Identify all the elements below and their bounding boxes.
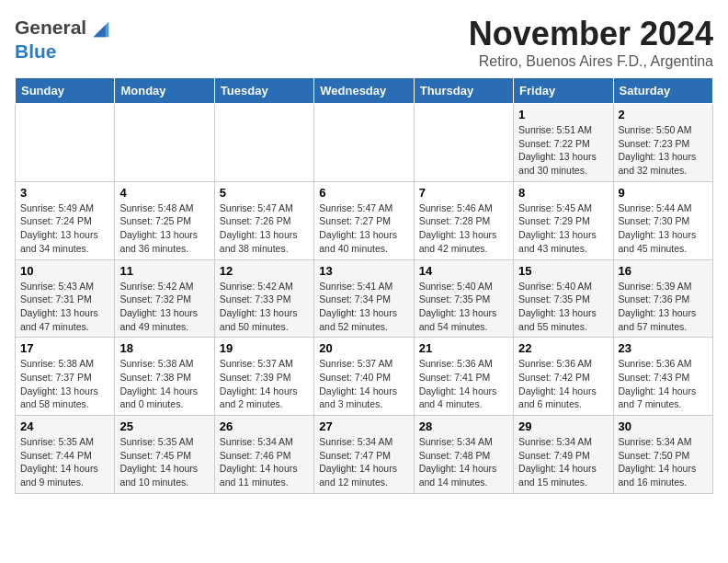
day-number: 27 bbox=[319, 419, 408, 433]
calendar-cell: 8Sunrise: 5:45 AM Sunset: 7:29 PM Daylig… bbox=[514, 181, 613, 259]
col-wednesday: Wednesday bbox=[314, 78, 414, 104]
day-info: Sunrise: 5:38 AM Sunset: 7:38 PM Dayligh… bbox=[119, 357, 209, 411]
day-number: 26 bbox=[220, 419, 309, 433]
day-info: Sunrise: 5:41 AM Sunset: 7:34 PM Dayligh… bbox=[319, 280, 408, 334]
calendar-cell: 18Sunrise: 5:38 AM Sunset: 7:38 PM Dayli… bbox=[115, 338, 214, 416]
day-number: 25 bbox=[119, 419, 209, 433]
calendar-week-row: 24Sunrise: 5:35 AM Sunset: 7:44 PM Dayli… bbox=[16, 416, 713, 494]
day-number: 2 bbox=[619, 108, 708, 121]
logo-triangle-icon bbox=[88, 15, 114, 40]
day-number: 10 bbox=[20, 264, 109, 278]
day-number: 13 bbox=[319, 264, 408, 278]
day-info: Sunrise: 5:50 AM Sunset: 7:23 PM Dayligh… bbox=[619, 123, 708, 178]
day-info: Sunrise: 5:38 AM Sunset: 7:37 PM Dayligh… bbox=[20, 357, 109, 411]
calendar-cell bbox=[115, 104, 214, 182]
day-number: 18 bbox=[119, 341, 209, 355]
day-number: 12 bbox=[220, 264, 309, 278]
day-number: 5 bbox=[220, 186, 309, 200]
calendar-cell: 1Sunrise: 5:51 AM Sunset: 7:22 PM Daylig… bbox=[514, 104, 613, 182]
logo-general: General bbox=[15, 17, 86, 39]
calendar-cell: 20Sunrise: 5:37 AM Sunset: 7:40 PM Dayli… bbox=[314, 338, 414, 416]
day-number: 7 bbox=[419, 186, 508, 200]
day-info: Sunrise: 5:49 AM Sunset: 7:24 PM Dayligh… bbox=[20, 201, 109, 256]
calendar-cell: 4Sunrise: 5:48 AM Sunset: 7:25 PM Daylig… bbox=[115, 181, 214, 259]
col-sunday: Sunday bbox=[16, 78, 115, 104]
day-number: 30 bbox=[619, 419, 708, 433]
day-info: Sunrise: 5:44 AM Sunset: 7:30 PM Dayligh… bbox=[619, 201, 708, 256]
calendar-cell: 11Sunrise: 5:42 AM Sunset: 7:32 PM Dayli… bbox=[115, 259, 214, 338]
day-info: Sunrise: 5:35 AM Sunset: 7:44 PM Dayligh… bbox=[20, 435, 109, 489]
day-info: Sunrise: 5:51 AM Sunset: 7:22 PM Dayligh… bbox=[518, 123, 608, 178]
day-number: 11 bbox=[119, 264, 209, 278]
calendar-cell: 9Sunrise: 5:44 AM Sunset: 7:30 PM Daylig… bbox=[613, 181, 712, 259]
logo: General Blue bbox=[15, 15, 114, 63]
calendar-table: Sunday Monday Tuesday Wednesday Thursday… bbox=[15, 77, 713, 494]
calendar-cell: 23Sunrise: 5:36 AM Sunset: 7:43 PM Dayli… bbox=[613, 338, 712, 416]
calendar-cell: 6Sunrise: 5:47 AM Sunset: 7:27 PM Daylig… bbox=[314, 181, 414, 259]
day-number: 29 bbox=[518, 419, 608, 433]
calendar-cell: 25Sunrise: 5:35 AM Sunset: 7:45 PM Dayli… bbox=[115, 416, 214, 494]
col-saturday: Saturday bbox=[613, 78, 712, 104]
day-number: 14 bbox=[419, 264, 508, 278]
day-info: Sunrise: 5:42 AM Sunset: 7:33 PM Dayligh… bbox=[220, 280, 309, 334]
day-info: Sunrise: 5:37 AM Sunset: 7:40 PM Dayligh… bbox=[319, 357, 408, 411]
day-number: 28 bbox=[419, 419, 508, 433]
month-title: November 2024 bbox=[469, 15, 713, 53]
calendar-cell: 29Sunrise: 5:34 AM Sunset: 7:49 PM Dayli… bbox=[514, 416, 613, 494]
svg-marker-1 bbox=[94, 25, 106, 37]
header: General Blue November 2024 Retiro, Bueno… bbox=[15, 15, 713, 70]
calendar-cell: 22Sunrise: 5:36 AM Sunset: 7:42 PM Dayli… bbox=[514, 338, 613, 416]
day-number: 4 bbox=[119, 186, 209, 200]
day-info: Sunrise: 5:40 AM Sunset: 7:35 PM Dayligh… bbox=[518, 280, 608, 334]
calendar-header-row: Sunday Monday Tuesday Wednesday Thursday… bbox=[16, 78, 713, 104]
day-info: Sunrise: 5:46 AM Sunset: 7:28 PM Dayligh… bbox=[419, 201, 508, 256]
col-friday: Friday bbox=[514, 78, 613, 104]
calendar-cell: 17Sunrise: 5:38 AM Sunset: 7:37 PM Dayli… bbox=[16, 338, 115, 416]
calendar-cell: 13Sunrise: 5:41 AM Sunset: 7:34 PM Dayli… bbox=[314, 259, 414, 338]
day-info: Sunrise: 5:36 AM Sunset: 7:41 PM Dayligh… bbox=[419, 357, 508, 411]
day-info: Sunrise: 5:34 AM Sunset: 7:50 PM Dayligh… bbox=[619, 435, 708, 489]
calendar-cell: 7Sunrise: 5:46 AM Sunset: 7:28 PM Daylig… bbox=[414, 181, 513, 259]
calendar-cell: 2Sunrise: 5:50 AM Sunset: 7:23 PM Daylig… bbox=[613, 104, 712, 182]
day-info: Sunrise: 5:37 AM Sunset: 7:39 PM Dayligh… bbox=[220, 357, 309, 411]
col-monday: Monday bbox=[115, 78, 214, 104]
day-number: 15 bbox=[518, 264, 608, 278]
day-info: Sunrise: 5:39 AM Sunset: 7:36 PM Dayligh… bbox=[619, 280, 708, 334]
calendar-cell: 5Sunrise: 5:47 AM Sunset: 7:26 PM Daylig… bbox=[214, 181, 313, 259]
calendar-cell: 10Sunrise: 5:43 AM Sunset: 7:31 PM Dayli… bbox=[16, 259, 115, 338]
calendar-week-row: 1Sunrise: 5:51 AM Sunset: 7:22 PM Daylig… bbox=[16, 104, 713, 182]
day-info: Sunrise: 5:34 AM Sunset: 7:46 PM Dayligh… bbox=[220, 435, 309, 489]
day-number: 23 bbox=[619, 341, 708, 355]
calendar-cell bbox=[214, 104, 313, 182]
day-number: 1 bbox=[518, 108, 608, 121]
day-number: 20 bbox=[319, 341, 408, 355]
day-info: Sunrise: 5:47 AM Sunset: 7:27 PM Dayligh… bbox=[319, 201, 408, 256]
day-info: Sunrise: 5:43 AM Sunset: 7:31 PM Dayligh… bbox=[20, 280, 109, 334]
day-info: Sunrise: 5:42 AM Sunset: 7:32 PM Dayligh… bbox=[119, 280, 209, 334]
calendar-cell: 14Sunrise: 5:40 AM Sunset: 7:35 PM Dayli… bbox=[414, 259, 513, 338]
day-number: 16 bbox=[619, 264, 708, 278]
logo-text-block: General Blue bbox=[15, 15, 114, 63]
calendar-cell bbox=[314, 104, 414, 182]
day-info: Sunrise: 5:36 AM Sunset: 7:43 PM Dayligh… bbox=[619, 357, 708, 411]
day-info: Sunrise: 5:45 AM Sunset: 7:29 PM Dayligh… bbox=[518, 201, 608, 256]
calendar-cell: 28Sunrise: 5:34 AM Sunset: 7:48 PM Dayli… bbox=[414, 416, 513, 494]
calendar-week-row: 17Sunrise: 5:38 AM Sunset: 7:37 PM Dayli… bbox=[16, 338, 713, 416]
day-number: 3 bbox=[20, 186, 109, 200]
day-info: Sunrise: 5:36 AM Sunset: 7:42 PM Dayligh… bbox=[518, 357, 608, 411]
calendar-cell: 15Sunrise: 5:40 AM Sunset: 7:35 PM Dayli… bbox=[514, 259, 613, 338]
calendar-cell: 30Sunrise: 5:34 AM Sunset: 7:50 PM Dayli… bbox=[613, 416, 712, 494]
day-info: Sunrise: 5:47 AM Sunset: 7:26 PM Dayligh… bbox=[220, 201, 309, 256]
day-info: Sunrise: 5:40 AM Sunset: 7:35 PM Dayligh… bbox=[419, 280, 508, 334]
calendar-cell bbox=[414, 104, 513, 182]
calendar-cell: 16Sunrise: 5:39 AM Sunset: 7:36 PM Dayli… bbox=[613, 259, 712, 338]
day-info: Sunrise: 5:48 AM Sunset: 7:25 PM Dayligh… bbox=[119, 201, 209, 256]
calendar-cell: 21Sunrise: 5:36 AM Sunset: 7:41 PM Dayli… bbox=[414, 338, 513, 416]
location-subtitle: Retiro, Buenos Aires F.D., Argentina bbox=[469, 53, 713, 70]
logo-blue: Blue bbox=[15, 40, 57, 62]
day-number: 24 bbox=[20, 419, 109, 433]
day-number: 21 bbox=[419, 341, 508, 355]
col-thursday: Thursday bbox=[414, 78, 513, 104]
calendar-cell bbox=[16, 104, 115, 182]
day-number: 22 bbox=[518, 341, 608, 355]
